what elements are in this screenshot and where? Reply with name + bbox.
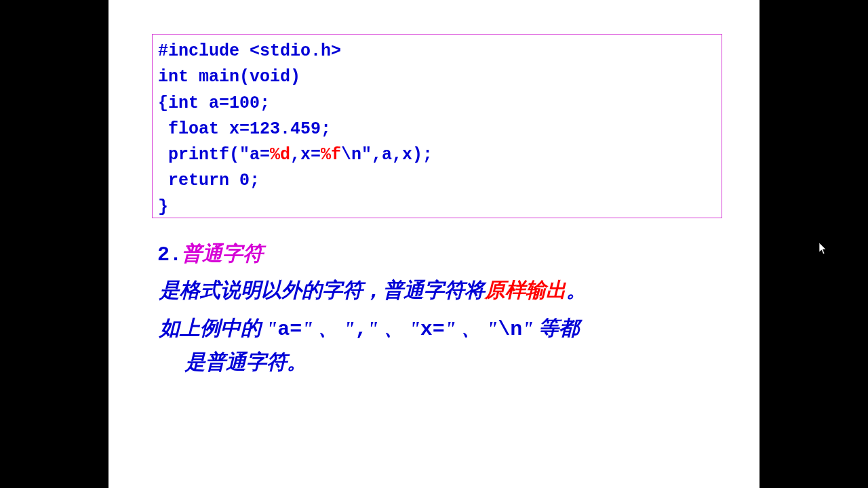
code-line-5c: \n",a,x); [341, 145, 433, 165]
paragraph-2: 如上例中的 "a=" 、 "," 、 "x=" 、 "\n" 等都 是普通字符。 [159, 312, 763, 378]
p1-highlight: 原样输出 [485, 279, 566, 301]
literal-a-equals: a= [277, 318, 302, 341]
code-line-4: float x=123.459; [158, 119, 331, 139]
literal-comma: , [355, 318, 367, 341]
section-heading: 2.普通字符 [157, 240, 263, 268]
p2-d: " 、 " [445, 317, 498, 339]
heading-number: 2. [157, 243, 182, 266]
format-spec-f: %f [321, 145, 341, 165]
slide-area: #include <stdio.h> int main(void) {int a… [108, 0, 760, 488]
p2-e: " 等都 [522, 317, 579, 339]
code-example-box: #include <stdio.h> int main(void) {int a… [152, 34, 722, 218]
p2-c: " 、 " [368, 317, 420, 339]
p2-f: 是普通字符。 [159, 346, 763, 378]
literal-x-equals: x= [420, 318, 445, 341]
code-line-5a: printf("a= [158, 145, 270, 165]
mouse-cursor-icon [819, 243, 827, 255]
paragraph-1: 是格式说明以外的字符，普通字符将原样输出。 [159, 277, 587, 304]
p2-b: " 、 " [302, 317, 355, 339]
code-line-2: int main(void) [158, 67, 300, 87]
p1-text-b: 。 [566, 279, 587, 301]
format-spec-d: %d [270, 145, 290, 165]
literal-newline: \n [498, 318, 522, 341]
heading-text: 普通字符 [182, 243, 263, 266]
code-line-1: #include <stdio.h> [158, 41, 341, 61]
code-line-5b: ,x= [290, 145, 321, 165]
code-line-6: return 0; [158, 171, 260, 190]
p2-a: 如上例中的 " [159, 317, 277, 339]
code-line-7: } [158, 197, 168, 217]
p1-text-a: 是格式说明以外的字符，普通字符将 [159, 279, 485, 301]
code-line-3: {int a=100; [158, 94, 270, 113]
